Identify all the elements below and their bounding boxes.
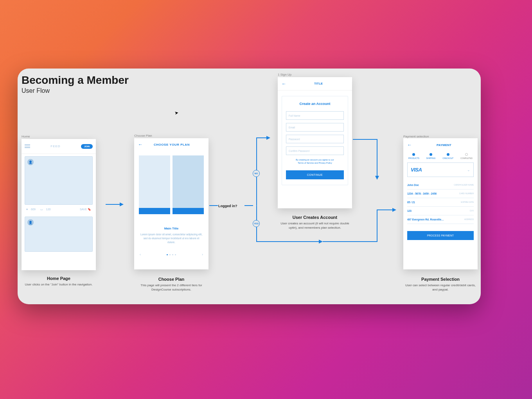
mockup-plan: ← CHOOSE YOUR PLAN Main Title Lorem ipsu… (134, 138, 208, 269)
cardnumber-label: CARD NUMBER (459, 192, 474, 195)
menu-icon[interactable] (25, 144, 30, 149)
plan-header: ← CHOOSE YOUR PLAN (134, 138, 208, 151)
home-header: FEED JOIN (22, 139, 96, 154)
mockup-signup: ← TITLE Create an Account Full Name Emai… (278, 77, 352, 208)
dot-3[interactable] (172, 254, 173, 255)
arrowhead-no (266, 136, 270, 140)
frame-label-plan: Choose Plan (134, 134, 152, 137)
flow-line-yes-h2 (323, 241, 377, 242)
feed-stats: ♥ 609 ▭ 120 SAVE 🔖 (22, 205, 96, 214)
likes-count: 609 (31, 208, 36, 211)
flow-line-to-payment (377, 209, 393, 210)
back-arrow-icon-3[interactable]: ← (407, 142, 412, 148)
caption-home-body: User clicks on the "Join" button in the … (22, 282, 96, 287)
step-dot-1 (412, 153, 415, 156)
badge-yes: YES (253, 220, 260, 227)
cardnumber-value[interactable]: 1234 - 5678 - 3459 - 2456 (407, 192, 437, 195)
carousel-nav: ‹ › (134, 246, 208, 256)
signup-header: ← TITLE (278, 77, 352, 90)
step-products: PRODUCTS (408, 157, 419, 159)
avatar-icon: 👤 (27, 159, 34, 165)
comment-icon[interactable]: ▭ (40, 208, 43, 211)
cvv-label: CVV (470, 209, 474, 212)
signup-card: Create an Account Full Name Email Passwo… (282, 96, 348, 185)
caption-payment-title: Payment Selection (403, 277, 478, 282)
dot-2[interactable] (169, 254, 171, 255)
signup-header-title: TITLE (294, 82, 343, 85)
step-dot-2 (430, 153, 432, 156)
frame-label-home: Home (22, 135, 30, 138)
address-value[interactable]: 497 Evergreen Rd. Roseville… (407, 218, 444, 221)
cardholder-value[interactable]: John Doe (407, 184, 419, 186)
confirm-password-field[interactable]: Confirm Password (286, 146, 344, 155)
terms-prefix: By creating an account you agree to our (296, 159, 334, 161)
heart-icon[interactable]: ♥ (26, 208, 28, 211)
caption-signup-body: User creates an account (it will not req… (278, 221, 352, 230)
flow-arrow-1 (106, 204, 120, 205)
caption-plan: Choose Plan This page will present the 2… (134, 277, 208, 292)
plan-cards (134, 151, 208, 219)
plan-main-title: Main Title (134, 227, 208, 230)
dot-4[interactable] (175, 254, 176, 255)
feed-card-2: 👤 (25, 217, 93, 252)
caption-home: Home Page User clicks on the "Join" butt… (22, 276, 96, 287)
caption-payment-body: User can select between regular credit/d… (403, 283, 478, 292)
feed-image-placeholder (27, 168, 90, 202)
payment-fields: John DoeCARDHOLDER NAME 1234 - 5678 - 34… (407, 181, 474, 224)
comments-count: 120 (46, 208, 51, 211)
caption-payment: Payment Selection User can select betwee… (403, 277, 478, 292)
cvv-value[interactable]: 123 (407, 209, 412, 212)
card-type-selector[interactable]: VISA ⌄ (407, 162, 474, 177)
back-arrow-icon[interactable]: ← (138, 142, 143, 147)
step-checkout: CHECKOUT (442, 157, 453, 159)
page-title: Becoming a Member (22, 74, 129, 87)
plan-lorem: Lorem ipsum dolor sit amet, consectetur … (134, 230, 208, 246)
chevron-right-icon[interactable]: › (202, 253, 203, 256)
feed-card: 👤 (25, 156, 93, 205)
payment-header: ← PAYMENT (403, 138, 478, 152)
email-field[interactable]: Email (286, 123, 344, 132)
plan-option-1[interactable] (139, 155, 170, 214)
caption-signup: User Creates Account User creates an acc… (278, 215, 352, 230)
step-shipping: SHIPPING (426, 157, 436, 159)
terms-link-1[interactable]: Terms of Service (298, 162, 314, 164)
avatar-icon-2: 👤 (27, 219, 34, 226)
arrowhead-payment (392, 208, 396, 212)
dot-1[interactable] (167, 254, 168, 255)
page-subtitle: User Flow (22, 87, 50, 94)
feed-label: FEED (50, 144, 60, 148)
caption-plan-body: This page will present the 2 different t… (134, 283, 208, 292)
plan-header-title: CHOOSE YOUR PLAN (151, 143, 193, 146)
cardholder-label: CARDHOLDER NAME (454, 184, 474, 186)
step-dot-4 (465, 153, 468, 156)
expiry-label: EXPIRE DATE (461, 201, 474, 204)
payment-header-title: PAYMENT (420, 143, 468, 147)
cursor-icon: ➤ (174, 110, 179, 116)
back-arrow-icon-2[interactable]: ← (282, 81, 286, 87)
address-label: ADDRESS (464, 218, 474, 221)
chevron-down-icon: ⌄ (467, 168, 470, 172)
continue-button[interactable]: CONTINUE (286, 170, 344, 179)
bookmark-icon[interactable]: 🔖 (88, 208, 91, 211)
terms-link-2[interactable]: Privacy Policy (318, 162, 332, 164)
flow-line-signup-out (353, 139, 377, 140)
terms-mid: and (314, 162, 318, 164)
caption-home-title: Home Page (22, 276, 96, 281)
badge-no: NO (253, 170, 260, 177)
mockup-home: FEED JOIN 👤 ♥ 609 ▭ 120 SAVE 🔖 👤 (22, 139, 96, 270)
checkout-steps: PRODUCTS SHIPPING CHECKOUT COMPLETED (403, 152, 478, 162)
flow-line-yes-h (256, 241, 321, 242)
process-payment-button[interactable]: PROCESS PAYMENT (407, 231, 474, 240)
decision-label: Logged in? (218, 204, 237, 208)
fullname-field[interactable]: Full Name (286, 111, 344, 120)
expiry-value[interactable]: 05 / 21 (407, 201, 415, 204)
flow-line-signup-down (377, 139, 377, 178)
join-button[interactable]: JOIN (81, 144, 93, 149)
save-label[interactable]: SAVE (80, 208, 87, 211)
chevron-left-icon[interactable]: ‹ (140, 253, 141, 256)
plan-option-2[interactable] (173, 155, 204, 214)
step-dot-3 (447, 153, 449, 156)
flow-line-yes-v2 (377, 210, 377, 242)
password-field[interactable]: Password (286, 135, 344, 143)
flow-line-to-decision (209, 205, 218, 206)
